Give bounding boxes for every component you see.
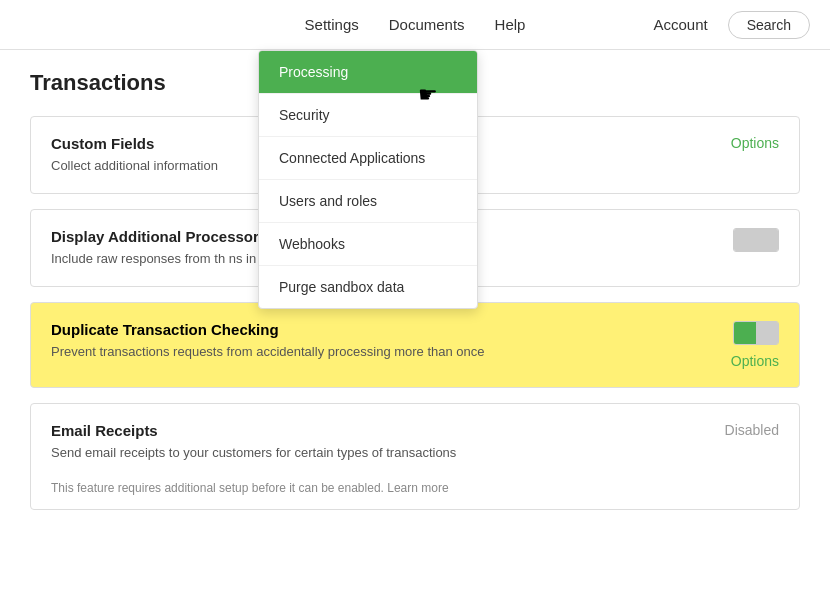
email-text: Email Receipts Send email receipts to yo… bbox=[51, 422, 699, 462]
dropdown-item-webhooks[interactable]: Webhooks bbox=[259, 223, 477, 266]
dropdown-item-security[interactable]: Security bbox=[259, 94, 477, 137]
email-section: Email Receipts Send email receipts to yo… bbox=[30, 403, 800, 509]
duplicate-options[interactable]: Options bbox=[731, 353, 779, 369]
email-disabled-label: Disabled bbox=[725, 422, 779, 438]
search-button[interactable]: Search bbox=[728, 11, 810, 39]
email-extra: This feature requires additional setup b… bbox=[31, 481, 799, 509]
custom-fields-options[interactable]: Options bbox=[731, 135, 779, 151]
duplicate-title: Duplicate Transaction Checking bbox=[51, 321, 699, 338]
processor-action bbox=[699, 228, 779, 252]
learn-more-link[interactable]: Learn more bbox=[387, 481, 448, 495]
custom-fields-action: Options bbox=[699, 135, 779, 151]
header: Settings Documents Help Account Search bbox=[0, 0, 830, 50]
duplicate-desc: Prevent transactions requests from accid… bbox=[51, 343, 699, 361]
nav-documents[interactable]: Documents bbox=[389, 11, 465, 38]
email-title: Email Receipts bbox=[51, 422, 699, 439]
duplicate-section: Duplicate Transaction Checking Prevent t… bbox=[30, 302, 800, 388]
dropdown-item-users-roles[interactable]: Users and roles bbox=[259, 180, 477, 223]
processor-toggle[interactable] bbox=[733, 228, 779, 252]
email-desc: Send email receipts to your customers fo… bbox=[51, 444, 699, 462]
dropdown-item-purge-sandbox[interactable]: Purge sandbox data bbox=[259, 266, 477, 308]
nav-right: Account Search bbox=[653, 11, 810, 39]
duplicate-action: Options bbox=[699, 321, 779, 369]
settings-dropdown: Processing Security Connected Applicatio… bbox=[258, 50, 478, 309]
dropdown-item-connected-applications[interactable]: Connected Applications bbox=[259, 137, 477, 180]
email-action: Disabled bbox=[699, 422, 779, 438]
duplicate-text: Duplicate Transaction Checking Prevent t… bbox=[51, 321, 699, 361]
dropdown-item-processing[interactable]: Processing bbox=[259, 51, 477, 94]
duplicate-toggle[interactable] bbox=[733, 321, 779, 345]
email-inner: Email Receipts Send email receipts to yo… bbox=[31, 404, 799, 480]
duplicate-inner: Duplicate Transaction Checking Prevent t… bbox=[31, 303, 799, 387]
toggle-on-half bbox=[734, 229, 756, 251]
account-link[interactable]: Account bbox=[653, 16, 707, 33]
email-extra-text: This feature requires additional setup b… bbox=[51, 481, 384, 495]
dropdown-menu: Processing Security Connected Applicatio… bbox=[258, 50, 478, 309]
nav-help[interactable]: Help bbox=[495, 11, 526, 38]
duplicate-toggle-off bbox=[756, 322, 778, 344]
nav-settings[interactable]: Settings bbox=[305, 11, 359, 38]
duplicate-toggle-on bbox=[734, 322, 756, 344]
toggle-off-half bbox=[756, 229, 778, 251]
main-nav: Settings Documents Help bbox=[305, 11, 526, 38]
